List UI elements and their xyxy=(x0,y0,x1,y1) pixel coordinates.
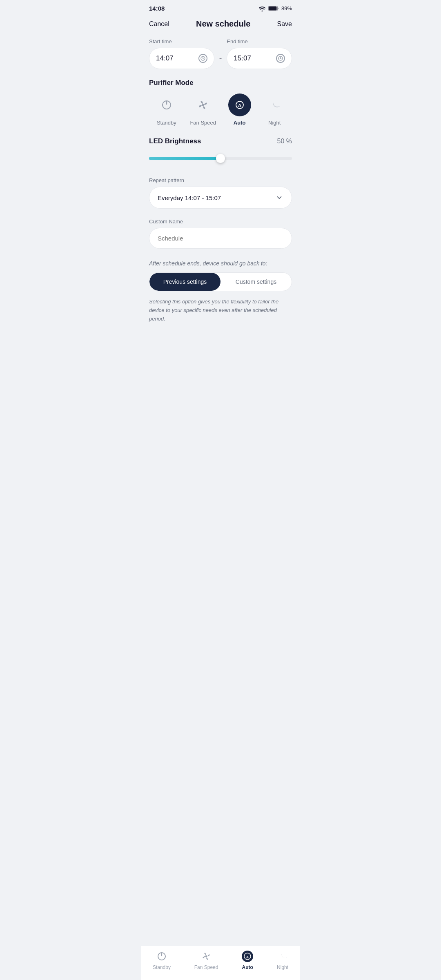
custom-settings-button[interactable]: Custom settings xyxy=(220,273,292,291)
after-schedule-description: Selecting this option gives you the flex… xyxy=(149,298,292,323)
end-time-value: 15:07 xyxy=(234,54,251,62)
svg-rect-1 xyxy=(269,7,276,11)
battery-icon xyxy=(268,6,279,11)
nav-auto[interactable]: A Auto xyxy=(242,951,253,970)
repeat-pattern-label: Repeat pattern xyxy=(149,177,292,183)
svg-text:A: A xyxy=(238,103,241,108)
nav-standby[interactable]: Standby xyxy=(153,951,171,970)
end-time-label: End time xyxy=(227,38,292,45)
brightness-slider-container[interactable] xyxy=(149,151,292,166)
nav-fan-speed[interactable]: Fan Speed xyxy=(194,951,218,970)
after-schedule-section: After schedule ends, device should go ba… xyxy=(149,260,292,323)
after-schedule-toggle: Previous settings Custom settings xyxy=(149,272,292,291)
repeat-pattern-value: Everyday 14:07 - 15:07 xyxy=(158,194,221,201)
nav-standby-label: Standby xyxy=(153,964,171,970)
nav-night-label: Night xyxy=(277,964,288,970)
nav-standby-icon xyxy=(156,951,167,962)
end-time-block: End time 15:07 xyxy=(227,38,292,69)
previous-settings-button[interactable]: Previous settings xyxy=(149,273,220,291)
custom-name-section: Custom Name xyxy=(149,218,292,249)
night-label: Night xyxy=(268,120,281,126)
standby-label: Standby xyxy=(157,120,176,126)
brightness-value: 50 % xyxy=(277,138,292,145)
mode-auto[interactable]: A Auto xyxy=(228,94,251,126)
svg-text:A: A xyxy=(246,955,249,959)
nav-night[interactable]: Night xyxy=(277,951,288,970)
end-time-clock-icon xyxy=(276,54,285,63)
start-time-block: Start time 14:07 xyxy=(149,38,214,69)
auto-icon-circle: A xyxy=(228,94,251,116)
standby-icon-circle xyxy=(155,94,178,116)
status-bar: 14:08 89% xyxy=(141,0,300,15)
mode-row: Standby Fan Speed xyxy=(149,94,292,126)
mode-standby[interactable]: Standby xyxy=(155,94,178,126)
svg-point-6 xyxy=(202,104,204,106)
page-title: New schedule xyxy=(196,19,250,29)
save-button[interactable]: Save xyxy=(277,20,292,28)
nav-auto-icon: A xyxy=(242,951,253,962)
fan-speed-label: Fan Speed xyxy=(190,120,216,126)
nav-night-icon xyxy=(277,951,288,962)
repeat-pattern-section: Repeat pattern Everyday 14:07 - 15:07 xyxy=(149,177,292,209)
app-header: Cancel New schedule Save xyxy=(141,15,300,35)
wifi-icon xyxy=(258,6,266,11)
after-schedule-label: After schedule ends, device should go ba… xyxy=(149,260,292,267)
nav-fan-speed-icon xyxy=(200,951,212,962)
auto-label: Auto xyxy=(234,120,246,126)
custom-name-input[interactable] xyxy=(149,228,292,249)
start-time-label: Start time xyxy=(149,38,214,45)
svg-point-11 xyxy=(205,956,207,958)
chevron-down-icon xyxy=(275,194,283,202)
status-icons: 89% xyxy=(258,5,292,11)
bottom-nav: Standby Fan Speed A Auto Night xyxy=(141,945,300,980)
end-time-input[interactable]: 15:07 xyxy=(227,48,292,69)
nav-fan-speed-label: Fan Speed xyxy=(194,964,218,970)
status-time: 14:08 xyxy=(149,5,165,12)
time-separator: - xyxy=(219,54,222,69)
start-time-value: 14:07 xyxy=(156,54,174,62)
battery-percent: 89% xyxy=(281,5,292,11)
start-time-clock-icon xyxy=(198,54,207,63)
brightness-header: LED Brightness 50 % xyxy=(149,137,292,145)
repeat-pattern-dropdown[interactable]: Everyday 14:07 - 15:07 xyxy=(149,187,292,209)
fan-speed-icon-circle xyxy=(192,94,214,116)
night-icon-circle xyxy=(263,94,286,116)
mode-fan-speed[interactable]: Fan Speed xyxy=(190,94,216,126)
mode-night[interactable]: Night xyxy=(263,94,286,126)
nav-auto-label: Auto xyxy=(242,964,253,970)
brightness-title: LED Brightness xyxy=(149,137,201,145)
purifier-mode-section: Purifier Mode Standby xyxy=(149,79,292,126)
cancel-button[interactable]: Cancel xyxy=(149,20,169,28)
start-time-input[interactable]: 14:07 xyxy=(149,48,214,69)
main-content: Start time 14:07 - End time 15:07 xyxy=(141,35,300,372)
time-section: Start time 14:07 - End time 15:07 xyxy=(149,38,292,69)
custom-name-label: Custom Name xyxy=(149,218,292,225)
led-brightness-section: LED Brightness 50 % xyxy=(149,137,292,166)
purifier-mode-title: Purifier Mode xyxy=(149,79,292,87)
